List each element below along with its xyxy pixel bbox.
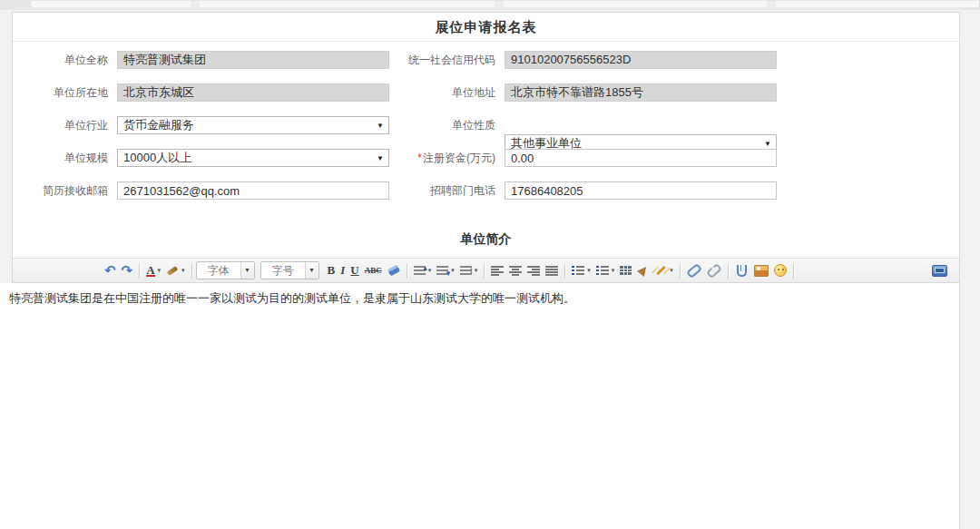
fullscreen-button[interactable] [929,260,950,280]
unlink-icon [706,262,722,278]
editor-body[interactable]: 特亮普测试集团是在中国注册的唯一一家以测试为目的的测试单位，是隶属于山东测试大学… [0,283,960,529]
align-center-icon [509,266,522,276]
attachment-button[interactable] [732,260,751,280]
bold-icon: B [328,263,336,278]
browser-chrome-strip [0,0,980,10]
ordered-list-button[interactable]: ▾ [569,260,593,280]
insert-image-button[interactable] [751,260,771,280]
paragraph-spacing-bottom-icon [436,266,448,276]
toolbar-divider [139,264,140,278]
credit-code-label: 统一社会信用代码 [392,51,495,69]
broom-icon [637,264,650,277]
paragraph-spacing-bottom-button[interactable]: ▾ [434,260,457,280]
font-size-label: 字号 [261,262,305,279]
highlight-pen-icon [167,266,179,276]
form-row: 单位全称 特亮普测试集团 统一社会信用代码 91010200756556523D [13,51,959,69]
company-scale-select[interactable]: 10000人以上 [117,149,389,167]
highlight-color-button[interactable]: ▾ [163,260,188,280]
company-name-label: 单位全称 [13,51,108,69]
justify-icon [545,266,558,276]
line-height-icon [460,266,472,276]
chrome-band [31,1,980,7]
remove-link-button[interactable] [704,260,724,280]
required-mark: * [417,152,422,164]
emoticon-button[interactable] [771,260,789,280]
unordered-list-icon [596,266,609,276]
chevron-down-icon: ▾ [587,267,591,274]
hr-phone-input[interactable] [505,181,777,200]
company-address-field[interactable]: 北京市特不靠谱路1855号 [505,83,777,102]
toolbar-divider [680,264,681,278]
fullscreen-icon [932,265,947,277]
align-center-button[interactable] [506,260,524,280]
editor-toolbar: A▾ ▾ 字体▼ 字号▼ B I U ABC ▾ ▾ ▾ ▾ ▾ ▾ [13,258,959,283]
industry-select[interactable]: 货币金融服务 [117,116,389,134]
remove-format-button[interactable] [385,260,403,280]
align-right-icon [527,266,540,276]
form-row: 单位行业 货币金融服务 单位性质 其他事业单位 [13,116,959,134]
chevron-down-icon: ▾ [475,267,478,274]
paragraph-spacing-top-button[interactable]: ▾ [411,260,435,280]
line-height-button[interactable]: ▾ [457,260,481,280]
booth-application-form-panel: 展位申请报名表 单位全称 特亮普测试集团 统一社会信用代码 9101020075… [12,12,960,283]
section-title: 单位简介 [13,230,959,247]
auto-format-button[interactable]: ▾ [652,260,676,280]
toolbar-divider [793,264,794,278]
italic-icon: I [340,263,345,278]
toolbar-divider [191,264,192,278]
ordered-list-icon [572,266,584,276]
chrome-notch [495,1,504,7]
magic-wand-icon [656,266,666,276]
paragraph-spacing-top-icon [414,266,426,276]
credit-code-field[interactable]: 91010200756556523D [505,51,777,69]
toolbar-divider [564,264,565,278]
chevron-down-icon: ▾ [670,267,673,274]
unordered-list-button[interactable]: ▾ [593,260,618,280]
align-left-icon [491,266,504,276]
strikethrough-button[interactable]: ABC [362,260,385,280]
link-icon [686,262,702,278]
chevron-down-icon: ▼ [305,262,318,279]
chevron-down-icon: ▾ [612,267,615,274]
toolbar-divider [484,264,485,278]
font-family-label: 字体 [197,262,240,279]
chrome-notch [767,1,776,7]
redo-icon [122,262,133,279]
font-family-select[interactable]: 字体▼ [196,261,255,279]
company-name-field[interactable]: 特亮普测试集团 [117,51,389,69]
chevron-down-icon: ▾ [181,267,185,274]
chevron-down-icon: ▾ [451,267,455,274]
italic-button[interactable]: I [338,260,348,280]
font-color-button[interactable]: A▾ [143,260,163,280]
toolbar-divider [407,264,407,278]
chrome-notch [191,1,200,7]
form-row: 单位规模 10000人以上 *注册资金(万元) [13,149,959,167]
underline-icon: U [350,263,358,278]
table-button[interactable] [617,260,634,280]
underline-button[interactable]: U [348,260,361,280]
company-scale-label: 单位规模 [13,149,108,167]
align-left-button[interactable] [488,260,506,280]
eraser-icon [387,265,400,277]
form-row: 简历接收邮箱 招聘部门电话 [13,181,959,200]
bold-button[interactable]: B [325,260,338,280]
font-size-select[interactable]: 字号▼ [260,261,319,279]
undo-button[interactable] [102,260,119,280]
registered-capital-label: *注册资金(万元) [392,149,495,167]
hr-phone-label: 招聘部门电话 [392,181,495,200]
insert-link-button[interactable] [684,260,704,280]
justify-button[interactable] [543,260,561,280]
font-color-icon: A [146,265,154,277]
registered-capital-input[interactable] [505,149,777,167]
chevron-down-icon: ▼ [240,262,254,279]
strikethrough-icon: ABC [365,266,382,275]
company-location-field[interactable]: 北京市东城区 [117,83,389,102]
company-address-label: 单位地址 [392,83,495,102]
align-right-button[interactable] [524,260,543,280]
table-icon [620,266,632,275]
image-icon [754,265,769,277]
company-location-label: 单位所在地 [13,83,108,102]
format-brush-button[interactable] [634,260,652,280]
redo-button[interactable] [119,260,136,280]
resume-email-input[interactable] [117,181,389,200]
